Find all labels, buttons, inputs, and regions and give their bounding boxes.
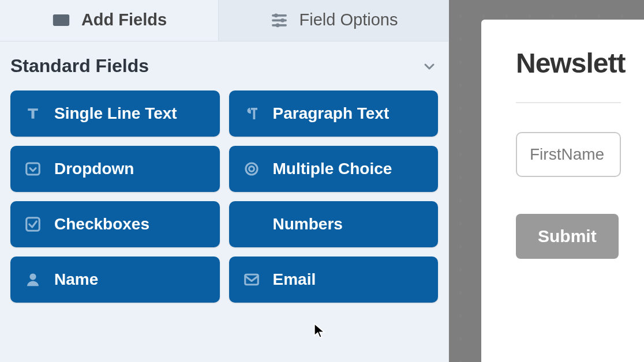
tab-add-fields-label: Add Fields (81, 10, 167, 29)
section-header-standard-fields[interactable]: Standard Fields (0, 42, 448, 82)
submit-button[interactable]: Submit (516, 214, 619, 259)
field-label: Single Line Text (54, 104, 177, 123)
field-paragraph-text[interactable]: Paragraph Text (229, 90, 439, 137)
dropdown-icon (23, 159, 43, 179)
tab-field-options[interactable]: Field Options (218, 0, 448, 41)
svg-point-6 (280, 18, 284, 22)
panel-tabs: Add Fields Field Options (0, 0, 448, 42)
section-title: Standard Fields (10, 55, 149, 77)
svg-point-8 (275, 23, 279, 27)
field-name[interactable]: Name (10, 257, 220, 303)
first-name-input[interactable] (516, 132, 621, 177)
field-options-icon (269, 10, 289, 30)
tab-add-fields[interactable]: Add Fields (0, 0, 218, 41)
field-dropdown[interactable]: Dropdown (10, 146, 220, 192)
field-label: Checkboxes (54, 215, 149, 233)
svg-point-13 (29, 273, 36, 280)
paragraph-icon (242, 104, 261, 123)
field-label: Dropdown (54, 160, 134, 178)
field-label: Paragraph Text (273, 104, 390, 123)
svg-rect-12 (27, 218, 40, 231)
field-email[interactable]: Email (229, 257, 439, 303)
field-numbers[interactable]: Numbers (229, 201, 439, 247)
svg-rect-1 (55, 17, 61, 18)
hash-icon (242, 214, 261, 234)
form-card: Newslett Submit (481, 20, 644, 362)
field-label: Email (273, 270, 316, 289)
envelope-icon (242, 270, 261, 289)
svg-point-11 (249, 167, 254, 172)
field-multiple-choice[interactable]: Multiple Choice (229, 146, 439, 192)
svg-rect-9 (27, 163, 40, 175)
field-checkboxes[interactable]: Checkboxes (10, 201, 220, 247)
text-input-icon (23, 104, 43, 123)
svg-point-10 (246, 163, 257, 175)
divider (516, 102, 621, 103)
svg-point-4 (274, 13, 278, 17)
fields-panel: Add Fields Field Options Standard Fi (0, 0, 449, 362)
field-label: Name (54, 270, 98, 289)
radio-icon (242, 159, 261, 179)
form-title: Newslett (516, 47, 621, 79)
field-label: Numbers (273, 215, 343, 233)
add-fields-icon (51, 10, 71, 30)
fields-grid: Single Line Text Paragraph Text Dropdown… (0, 82, 448, 313)
checkbox-icon (23, 214, 43, 234)
form-preview-area: Newslett Submit (449, 0, 644, 362)
field-single-line-text[interactable]: Single Line Text (10, 90, 220, 137)
field-label: Multiple Choice (273, 160, 392, 178)
tab-field-options-label: Field Options (299, 10, 398, 29)
svg-rect-14 (245, 274, 258, 285)
chevron-down-icon (421, 58, 438, 75)
svg-rect-2 (55, 20, 63, 22)
user-icon (23, 270, 43, 289)
